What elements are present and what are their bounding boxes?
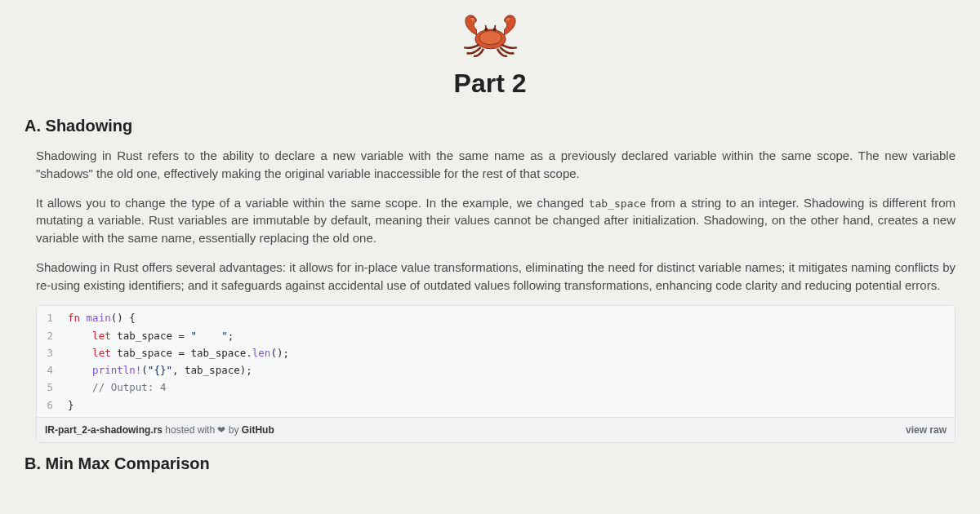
gist-meta-bar: IR-part_2-a-shadowing.rs hosted with ❤ b… (37, 417, 955, 442)
indent (68, 381, 92, 393)
view-raw-link[interactable]: view raw (906, 424, 947, 436)
section-b-heading: B. Min Max Comparison (24, 454, 956, 473)
code-line: 4 println!("{}", tab_space); (37, 361, 955, 379)
comment: // Output: 4 (92, 381, 166, 393)
svg-point-1 (479, 31, 501, 45)
section-a-para-3: Shadowing in Rust offers several advanta… (36, 259, 956, 295)
code-content: println!("{}", tab_space); (61, 361, 252, 379)
heart-icon: ❤ (217, 424, 225, 436)
indent (68, 364, 92, 376)
keyword: fn (68, 312, 87, 324)
code-line: 5 // Output: 4 (37, 379, 955, 396)
punct: () { (111, 312, 136, 324)
code-content: fn main() { (61, 309, 136, 326)
line-number: 2 (37, 327, 61, 344)
header-logo-wrap (24, 10, 956, 62)
punct: = tab_space. (178, 347, 252, 359)
punct: , tab_space); (172, 364, 252, 376)
section-a-para-1: Shadowing in Rust refers to the ability … (36, 147, 956, 183)
fn-name: main (87, 312, 111, 324)
para2-text-a: It allows you to change the type of a va… (36, 196, 589, 210)
punct: (); (270, 347, 289, 359)
gist-filename[interactable]: IR-part_2-a-shadowing.rs (45, 424, 163, 436)
gist-hosted-suffix: by (225, 424, 241, 436)
punct: ; (228, 330, 234, 342)
section-a-para-2: It allows you to change the type of a va… (36, 194, 956, 247)
gist-meta-left: IR-part_2-a-shadowing.rs hosted with ❤ b… (45, 424, 274, 436)
line-number: 4 (37, 361, 61, 379)
indent (68, 330, 92, 342)
code-content: } (61, 397, 74, 414)
article-page: Part 2 A. Shadowing Shadowing in Rust re… (0, 0, 980, 473)
section-a-heading: A. Shadowing (24, 117, 956, 135)
string: " " (191, 330, 228, 342)
keyword: let (92, 347, 117, 359)
inline-code-tabspace: tab_space (589, 197, 646, 210)
line-number: 5 (37, 379, 61, 396)
indent (68, 347, 92, 359)
punct: } (68, 399, 74, 411)
gist-host[interactable]: GitHub (242, 424, 274, 436)
keyword: let (92, 330, 117, 342)
rust-crab-icon (456, 10, 525, 62)
line-number: 1 (37, 309, 61, 326)
code-body: 1 fn main() { 2 let tab_space = " "; 3 l… (37, 306, 955, 417)
code-line: 1 fn main() { (37, 309, 955, 326)
code-line: 6 } (37, 397, 955, 414)
page-title: Part 2 (24, 69, 956, 99)
code-content: // Output: 4 (61, 379, 166, 396)
svg-line-5 (494, 25, 495, 29)
svg-line-4 (485, 25, 486, 29)
punct: ( (141, 364, 148, 376)
code-gist: 1 fn main() { 2 let tab_space = " "; 3 l… (36, 305, 956, 443)
macro: println! (92, 364, 141, 376)
fn-name: len (252, 347, 271, 359)
gist-hosted-prefix: hosted with (163, 424, 217, 436)
code-line: 2 let tab_space = " "; (37, 327, 955, 344)
code-line: 3 let tab_space = tab_space.len(); (37, 344, 955, 361)
line-number: 3 (37, 344, 61, 361)
punct: = (178, 330, 190, 342)
code-content: let tab_space = tab_space.len(); (61, 344, 289, 361)
ident: tab_space (117, 347, 178, 359)
line-number: 6 (37, 397, 61, 414)
string: "{}" (148, 364, 172, 376)
ident: tab_space (117, 330, 178, 342)
code-content: let tab_space = " "; (61, 327, 234, 344)
